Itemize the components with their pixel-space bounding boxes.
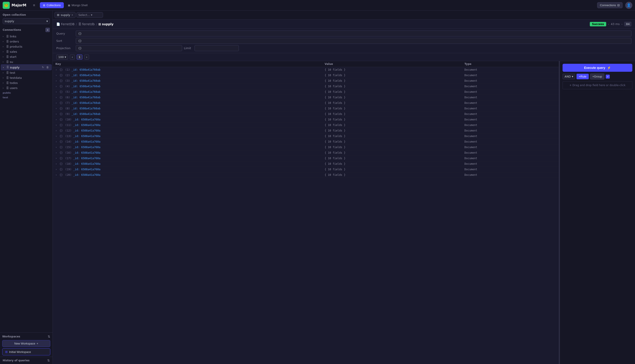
table-row[interactable]: › {} (20) _id: 6508a41a760a { 10 fields … xyxy=(53,172,559,178)
status-separator: - xyxy=(608,22,609,26)
table-row[interactable]: › {} (14) _id: 6508a41a760a { 10 fields … xyxy=(53,139,559,144)
row-expand-icon[interactable]: › xyxy=(55,124,57,127)
connections-icon: ⊟ xyxy=(617,4,620,7)
projection-input[interactable] xyxy=(76,45,182,51)
data-table: Key Value Type › {} (1) _id: 6508a41a760… xyxy=(53,61,559,178)
query-label: Query xyxy=(56,32,74,35)
doc-type: Document xyxy=(464,96,477,99)
tab-mongo-shell[interactable]: ▣ Mongo Shell xyxy=(65,2,91,8)
connections-button[interactable]: Connections ⊟ xyxy=(597,2,622,8)
table-row[interactable]: › {} (3) _id: 6508a41a760ab { 10 fields … xyxy=(53,78,559,84)
table-row[interactable]: › {} (11) _id: 6508a41a760a { 10 fields … xyxy=(53,122,559,128)
qb-checkbox[interactable]: ✓ xyxy=(606,74,610,78)
table-row[interactable]: › {} (15) _id: 6508a41a760a { 10 fields … xyxy=(53,144,559,150)
sort-input[interactable] xyxy=(76,38,631,44)
tree-item-products[interactable]: › 🗄 products xyxy=(1,44,52,49)
row-expand-icon[interactable]: › xyxy=(55,157,57,160)
new-workspace-button[interactable]: New Workspace + xyxy=(2,340,50,347)
initial-workspace-button[interactable]: ⊞ Initial Workspace xyxy=(2,348,50,355)
pagination-prev-btn[interactable]: ‹ xyxy=(70,54,75,60)
tab-select[interactable]: Select... ▾ xyxy=(77,12,103,18)
row-expand-icon[interactable]: › xyxy=(55,85,57,88)
execute-query-button[interactable]: Execute query ⚡ xyxy=(562,64,632,72)
tree-item-sales[interactable]: › 🗄 sales xyxy=(1,49,52,54)
active-tab[interactable]: ⊞ supply × xyxy=(55,12,76,18)
pagination-next-btn[interactable]: › xyxy=(84,54,89,60)
row-expand-icon[interactable]: › xyxy=(55,129,57,132)
tree-item-test[interactable]: › 🗄 test xyxy=(1,70,52,75)
row-expand-icon[interactable]: › xyxy=(55,102,57,104)
collection-select[interactable]: supply ▾ xyxy=(3,18,50,24)
row-expand-icon[interactable]: › xyxy=(55,146,57,149)
table-row[interactable]: › {} (1) _id: 6508a41a760ab { 10 fields … xyxy=(53,67,559,72)
table-row[interactable]: › {} (19) _id: 6508a41a760a { 10 fields … xyxy=(53,167,559,172)
table-row[interactable]: › {} (9) _id: 6508a41a760ab { 10 fields … xyxy=(53,111,559,117)
row-expand-icon[interactable]: › xyxy=(55,168,57,171)
pagination-current: 1 xyxy=(77,54,83,60)
row-expand-icon[interactable]: › xyxy=(55,68,57,71)
delete-btn[interactable]: 🗑 xyxy=(46,66,50,69)
row-expand-icon[interactable]: › xyxy=(55,134,57,138)
per-page-select[interactable]: 100 ▾ xyxy=(56,54,68,60)
table-row[interactable]: › {} (10) _id: 6508a41a760a { 10 fields … xyxy=(53,117,559,122)
row-expand-icon[interactable]: › xyxy=(55,90,57,94)
table-row[interactable]: › {} (16) _id: 6508a41a760a { 10 fields … xyxy=(53,150,559,156)
tree-item-su[interactable]: › 🗄 su xyxy=(1,59,52,64)
table-row[interactable]: › {} (17) _id: 6508a41a760a { 10 fields … xyxy=(53,156,559,161)
table-row[interactable]: › {} (12) _id: 6508a41a760a { 10 fields … xyxy=(53,128,559,134)
table-row[interactable]: › {} (13) _id: 6508a41a760a { 10 fields … xyxy=(53,134,559,139)
topnav-tabs: ⊞ Collections ▣ Mongo Shell xyxy=(40,2,597,8)
row-id: _id: 6508a41a760a xyxy=(73,118,100,121)
add-connection-button[interactable]: + xyxy=(46,28,50,32)
table-row[interactable]: › {} (2) _id: 6508a41a760ab { 10 fields … xyxy=(53,72,559,78)
doc-type: Document xyxy=(464,118,477,121)
row-num: (12) xyxy=(65,129,72,132)
row-expand-icon[interactable]: › xyxy=(55,140,57,143)
tree-item-orders[interactable]: › 🗄 orders xyxy=(1,39,52,44)
qb-operator-select[interactable]: AND ▾ xyxy=(562,74,575,79)
add-rule-button[interactable]: +Rule xyxy=(576,74,588,79)
cell-value: { 10 fields } xyxy=(322,84,462,89)
table-row[interactable]: › {} (8) _id: 6508a41a760ab { 10 fields … xyxy=(53,106,559,111)
fields-count: { 10 fields } xyxy=(325,134,345,138)
doc-type: Document xyxy=(464,68,477,71)
row-expand-icon[interactable]: › xyxy=(55,79,57,82)
tree-item-start[interactable]: › 🗄 start xyxy=(1,54,52,59)
refresh-btn[interactable]: ↻ xyxy=(41,66,45,69)
tree-item-users[interactable]: › 🗄 users xyxy=(1,86,52,90)
tab-collections[interactable]: ⊞ Collections xyxy=(40,2,64,8)
table-row[interactable]: › {} (18) _id: 6508a41a760a { 10 fields … xyxy=(53,161,559,167)
row-expand-icon[interactable]: › xyxy=(55,107,57,110)
user-avatar-button[interactable]: 👤 xyxy=(625,2,632,9)
add-group-button[interactable]: +Group xyxy=(590,74,605,80)
col-value: Value xyxy=(322,61,462,67)
tab-collection-icon: ⊞ xyxy=(57,13,59,16)
tree-item-supply[interactable]: › 🗄 supply ↻ 🗑 xyxy=(1,64,52,70)
tree-item-testdata[interactable]: › 🗄 testdata xyxy=(1,75,52,80)
row-expand-icon[interactable]: › xyxy=(55,173,57,176)
sidebar-toggle-btn[interactable]: ≡ xyxy=(30,2,38,9)
row-expand-icon[interactable]: › xyxy=(55,151,57,154)
row-num: (7) xyxy=(65,102,70,104)
table-row[interactable]: › {} (4) _id: 6508a41a760ab { 10 fields … xyxy=(53,84,559,89)
row-expand-icon[interactable]: › xyxy=(55,74,57,77)
tree-item-todos[interactable]: › 🗄 todos xyxy=(1,80,52,86)
table-row[interactable]: › {} (6) _id: 6508a41a760ab { 10 fields … xyxy=(53,95,559,100)
cell-type: Document xyxy=(462,128,559,134)
tree-item-links[interactable]: › 🗄 links xyxy=(1,34,52,39)
table-row[interactable]: › {} (5) _id: 6508a41a760ab { 10 fields … xyxy=(53,89,559,95)
table-row[interactable]: › {} (7) _id: 6508a41a760ab { 10 fields … xyxy=(53,100,559,106)
query-input[interactable] xyxy=(76,30,631,36)
row-expand-icon[interactable]: › xyxy=(55,112,57,116)
row-expand-icon[interactable]: › xyxy=(55,162,57,166)
row-expand-icon[interactable]: › xyxy=(55,96,57,99)
test-section-label: test xyxy=(1,95,52,100)
row-expand-icon[interactable]: › xyxy=(55,118,57,121)
tab-close-button[interactable]: × xyxy=(72,14,73,16)
app-logo-icon: 🐸 xyxy=(3,2,10,9)
cell-type: Document xyxy=(462,111,559,117)
row-num: (1) xyxy=(65,68,70,71)
cell-type: Document xyxy=(462,161,559,167)
cell-key: › {} (5) _id: 6508a41a760ab xyxy=(53,89,322,95)
limit-input[interactable] xyxy=(195,45,239,51)
